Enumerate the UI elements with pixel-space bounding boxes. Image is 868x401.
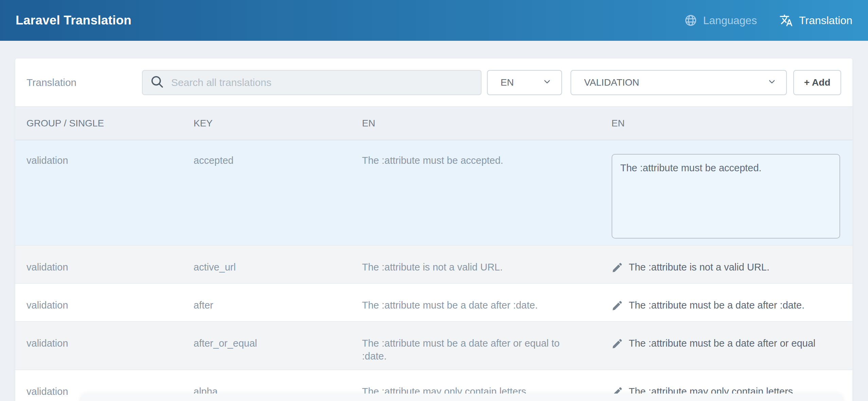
- translation-textarea[interactable]: The :attribute must be accepted.: [612, 154, 840, 239]
- pencil-icon[interactable]: [612, 337, 623, 352]
- table-row: validationactive_urlThe :attribute is no…: [15, 246, 852, 284]
- nav-item-languages[interactable]: Languages: [684, 14, 757, 27]
- table-body: validationacceptedThe :attribute must be…: [15, 140, 852, 401]
- globe-icon: [684, 14, 697, 27]
- translation-edit[interactable]: The :attribute is not a valid URL.: [612, 261, 840, 276]
- locale-select[interactable]: EN: [487, 70, 562, 95]
- table-row: validationafter_or_equalThe :attribute m…: [15, 322, 852, 370]
- toolbar: Translation EN VALIDATION + Add: [15, 58, 852, 106]
- search-input[interactable]: [164, 71, 481, 94]
- table-row: validationafterThe :attribute must be a …: [15, 284, 852, 322]
- cell-key: after_or_equal: [183, 322, 350, 369]
- search-icon: [150, 75, 164, 90]
- cell-source: The :attribute is not a valid URL.: [350, 246, 601, 283]
- nav-links: Languages Translation: [684, 14, 852, 27]
- chevron-down-icon: [542, 77, 552, 89]
- pencil-icon[interactable]: [612, 261, 623, 276]
- cell-target: The :attribute must be a date after or e…: [601, 322, 853, 369]
- column-header-target: EN: [601, 118, 853, 129]
- cell-source: The :attribute must be accepted.: [350, 140, 601, 245]
- add-button[interactable]: + Add: [793, 70, 841, 95]
- cell-group: validation: [15, 140, 183, 245]
- nav-item-label: Translation: [799, 14, 852, 27]
- translation-value: The :attribute must be a date after or e…: [629, 337, 816, 350]
- locale-select-value: EN: [501, 77, 514, 88]
- cell-target: The :attribute is not a valid URL.: [601, 246, 853, 283]
- bottom-panel-edge: [80, 394, 844, 401]
- translate-icon: [779, 14, 793, 27]
- cell-group: validation: [15, 284, 183, 321]
- translation-value: The :attribute must be a date after :dat…: [629, 299, 804, 312]
- cell-key: accepted: [183, 140, 350, 245]
- cell-key: active_url: [183, 246, 350, 283]
- nav-item-translation[interactable]: Translation: [779, 14, 852, 27]
- translation-card: Translation EN VALIDATION + Add GROU: [15, 58, 852, 401]
- translation-value: The :attribute is not a valid URL.: [629, 261, 770, 274]
- nav-item-label: Languages: [703, 14, 757, 27]
- cell-source: The :attribute must be a date after or e…: [350, 322, 601, 369]
- app-title[interactable]: Laravel Translation: [16, 13, 131, 28]
- chevron-down-icon: [767, 77, 777, 89]
- table-row: validationacceptedThe :attribute must be…: [15, 140, 852, 246]
- cell-group: validation: [15, 322, 183, 369]
- column-header-group: GROUP / SINGLE: [15, 118, 183, 129]
- group-select-value: VALIDATION: [584, 77, 639, 88]
- group-select[interactable]: VALIDATION: [571, 70, 787, 95]
- navbar: Laravel Translation Languages Translatio…: [0, 0, 868, 41]
- column-header-key: KEY: [183, 118, 350, 129]
- cell-group: validation: [15, 246, 183, 283]
- page-title: Translation: [26, 77, 76, 88]
- cell-key: after: [183, 284, 350, 321]
- translation-edit[interactable]: The :attribute must be a date after :dat…: [612, 299, 840, 314]
- search-box: [142, 70, 482, 95]
- pencil-icon[interactable]: [612, 299, 623, 314]
- cell-target: The :attribute must be a date after :dat…: [601, 284, 853, 321]
- column-header-source: EN: [350, 118, 601, 129]
- translation-edit[interactable]: The :attribute must be a date after or e…: [612, 337, 840, 352]
- cell-source: The :attribute must be a date after :dat…: [350, 284, 601, 321]
- table-header-row: GROUP / SINGLE KEY EN EN: [15, 106, 852, 140]
- cell-target: The :attribute must be accepted.: [601, 140, 853, 245]
